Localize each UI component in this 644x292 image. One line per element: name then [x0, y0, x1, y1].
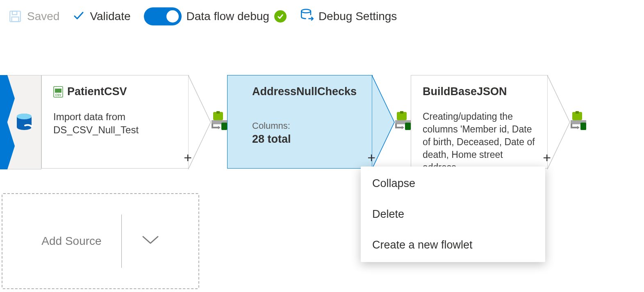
svg-marker-24	[577, 126, 580, 129]
dataflow-canvas[interactable]: CSV PatientCSV Import data from DS_CSV_N…	[0, 35, 644, 281]
node-patientcsv-desc: Import data from DS_CSV_Null_Test	[53, 110, 176, 137]
svg-rect-12	[216, 111, 220, 114]
add-after-addressnullchecks[interactable]: +	[367, 150, 375, 166]
saved-status: Saved	[8, 9, 59, 23]
svg-point-3	[301, 9, 311, 12]
svg-marker-19	[402, 126, 404, 129]
derived-column-icon	[568, 111, 589, 133]
saved-label: Saved	[27, 10, 59, 23]
svg-rect-17	[400, 111, 403, 114]
svg-text:CSV: CSV	[55, 94, 61, 96]
svg-rect-18	[405, 123, 411, 130]
columns-value: 28 total	[252, 133, 360, 146]
svg-rect-2	[12, 17, 19, 21]
columns-label: Columns:	[252, 121, 360, 131]
connector	[212, 75, 227, 169]
svg-point-5	[17, 114, 32, 119]
debug-settings-button[interactable]: Debug Settings	[300, 8, 397, 25]
ctx-collapse[interactable]: Collapse	[361, 168, 545, 199]
debug-settings-label: Debug Settings	[319, 10, 397, 23]
node-addressnullchecks-title: AddressNullChecks	[252, 85, 357, 98]
separator	[121, 214, 122, 268]
add-after-patientcsv[interactable]: +	[184, 150, 192, 166]
node-buildbasejson-desc: Creating/updating the columns 'Member id…	[423, 110, 535, 174]
svg-rect-8	[55, 89, 61, 93]
debug-toggle-group: Data flow debug	[144, 7, 287, 25]
connector	[571, 75, 586, 169]
add-after-buildbasejson[interactable]: +	[543, 150, 551, 166]
toolbar: Saved Validate Data flow debug Debug Set…	[0, 0, 644, 35]
dataflow-stream: CSV PatientCSV Import data from DS_CSV_N…	[0, 75, 586, 169]
node-patientcsv-title: PatientCSV	[67, 85, 127, 98]
context-menu: Collapse Delete Create a new flowlet	[361, 167, 545, 262]
database-icon	[300, 8, 314, 25]
debug-toggle[interactable]	[144, 7, 182, 25]
validate-button[interactable]: Validate	[73, 9, 130, 24]
validate-label: Validate	[90, 10, 130, 23]
datasource-icon	[15, 112, 33, 132]
ctx-new-flowlet[interactable]: Create a new flowlet	[361, 230, 545, 260]
add-source-label: Add Source	[41, 235, 101, 248]
svg-rect-22	[576, 111, 579, 114]
check-icon	[73, 9, 85, 24]
connector	[395, 75, 411, 169]
node-addressnullchecks[interactable]: AddressNullChecks Columns: 28 total +	[227, 75, 373, 169]
ctx-delete[interactable]: Delete	[361, 199, 545, 230]
chevron-down-icon[interactable]	[141, 234, 159, 249]
svg-rect-13	[221, 123, 227, 130]
derived-column-icon	[393, 111, 413, 133]
node-buildbasejson-title: BuildBaseJSON	[423, 85, 507, 98]
debug-status-ok-icon	[274, 10, 287, 23]
node-buildbasejson[interactable]: BuildBaseJSON Creating/updating the colu…	[411, 75, 548, 169]
node-patientcsv[interactable]: CSV PatientCSV Import data from DS_CSV_N…	[41, 75, 189, 169]
csv-file-icon: CSV	[53, 86, 63, 98]
save-icon	[8, 9, 22, 23]
debug-label: Data flow debug	[187, 10, 269, 23]
svg-rect-23	[580, 123, 586, 130]
add-source-button[interactable]: Add Source	[2, 193, 199, 289]
source-chevron	[0, 75, 7, 169]
svg-marker-14	[218, 126, 221, 129]
derived-column-icon	[209, 111, 230, 133]
svg-rect-1	[12, 11, 17, 15]
